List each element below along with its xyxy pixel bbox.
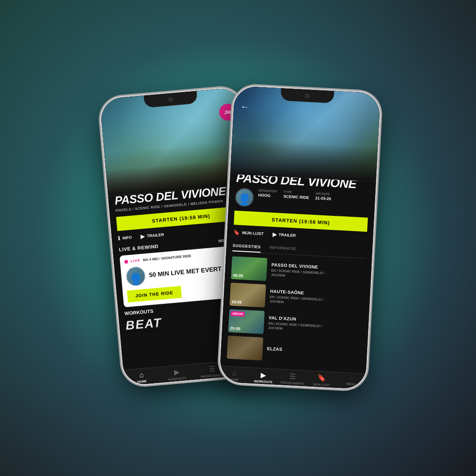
home-label-left: HOME	[137, 380, 147, 384]
suggestion-item-1[interactable]: 48:06 PASSO DEL VIVIONE EN / SCENIC RIDE…	[231, 256, 365, 286]
suggestion-info-4: ELZAS	[267, 346, 361, 357]
suggestion-thumb-3: NIEUW 25:00	[228, 309, 265, 334]
mijn-lijst-action[interactable]: 🔖 MIJN LIJST	[233, 229, 264, 237]
suggestion-item-2[interactable]: 18:09 HAUTE-SAÔNE EN / SCENIC RIDE / GEM…	[230, 283, 364, 313]
workouts-icon-left: ▶	[174, 368, 180, 376]
instructor-avatar-left	[125, 266, 146, 288]
type-value: SCENIC RIDE	[283, 194, 309, 200]
suggestions-list: 48:06 PASSO DEL VIVIONE EN / SCENIC RIDE…	[226, 256, 366, 373]
mijnlijst-icon-right: 🔖	[317, 373, 326, 382]
join-ride-button[interactable]: JOIN THE RIDE	[127, 286, 182, 303]
duration-2: 18:09	[231, 299, 242, 304]
suggestion-thumb-2: 18:09	[230, 283, 266, 307]
trailer-label-right: TRAILER	[279, 232, 296, 238]
info-label: INFO	[122, 235, 132, 241]
tab-informatie[interactable]: INFORMATIE	[269, 242, 297, 254]
start-button-right[interactable]: STARTEN (19:58 MIN)	[234, 211, 368, 232]
right-content: PASSO DEL VIVIONE INTENSITEIT HOOG TYPE …	[220, 174, 376, 374]
nav-workouts-left[interactable]: ▶ WORKOUTS	[159, 366, 195, 382]
live-session-type: MA 4 MEI / SIGNATURE RIDE	[143, 254, 192, 262]
menu-icon-right: ···	[349, 375, 353, 382]
info-action[interactable]: ℹ INFO	[118, 234, 132, 242]
duration-3: 25:00	[230, 326, 241, 331]
live-label: LIVE	[131, 258, 140, 263]
live-section-title: LIVE & REWIND	[119, 244, 158, 253]
side-button-power-right	[376, 155, 380, 186]
phones-container: JW PASSO DEL VIVIONE ENGELS / SCENIC RID…	[94, 90, 382, 386]
mijn-lijst-label: MIJN LIJST	[242, 230, 264, 236]
meta-date: AIR DATE 21-03-20	[315, 192, 331, 201]
trailer-label-left: TRAILER	[147, 232, 165, 238]
home-label-right: HOME	[229, 378, 238, 381]
menu-label-right: MENU	[346, 382, 355, 386]
suggestion-thumb-1: 48:06	[231, 256, 268, 281]
intensity-value: HOOG	[258, 193, 277, 198]
home-icon-right: ⌂	[232, 369, 237, 377]
tab-suggesties[interactable]: SUGGESTIES	[232, 241, 261, 253]
programmas-label-right: PROGRAMMA'S	[280, 381, 304, 385]
nav-menu-right[interactable]: ··· MENU	[336, 375, 365, 388]
home-icon-left: ⌂	[139, 371, 144, 379]
tabs-row: SUGGESTIES INFORMATIE	[232, 241, 366, 259]
suggestion-info-3: VAL D'AZUN EN / SCENIC RIDE / GEMIDDELD …	[268, 315, 363, 335]
suggestion-info-1: PASSO DEL VIVIONE EN / SCENIC RIDE / GEM…	[271, 262, 365, 282]
nav-programmas-right[interactable]: ☰ PROGRAMMA'S	[278, 372, 307, 385]
live-dot	[124, 260, 128, 264]
date-label: AIR DATE	[315, 192, 331, 196]
suggestion-info-2: HAUTE-SAÔNE EN / SCENIC RIDE / GEMIDDELD…	[269, 288, 364, 309]
right-phone-screen: ← PASSO DEL VIVIONE INTENSITEIT HOOG	[219, 86, 381, 389]
phone-right: ← PASSO DEL VIVIONE INTENSITEIT HOOG	[219, 86, 381, 389]
instructor-avatar-right	[235, 188, 254, 207]
suggestion-item-3[interactable]: NIEUW 25:00 VAL D'AZUN EN / SCENIC RIDE …	[228, 309, 363, 339]
new-badge: NIEUW	[231, 311, 245, 317]
nav-home-right[interactable]: ⌂ HOME	[219, 369, 249, 382]
action-row-right: 🔖 MIJN LIJST ▶ TRAILER	[233, 229, 367, 242]
date-value: 21-03-20	[315, 196, 331, 201]
workouts-label-left: WORKOUTS	[168, 376, 187, 381]
workouts-icon-right: ▶	[261, 371, 266, 380]
programmas-icon-left: ☰	[208, 365, 215, 373]
back-button[interactable]: ←	[240, 102, 250, 112]
trailer-action-left[interactable]: ▶ TRAILER	[140, 231, 164, 240]
mijnlijst-label-right: MIJN LIJST	[313, 383, 330, 387]
nav-mijnlijst-right[interactable]: 🔖 MIJN LIJST	[307, 373, 337, 387]
play-icon-right: ▶	[272, 231, 276, 238]
workouts-label-right: WORKOUTS	[254, 380, 273, 384]
programmas-icon-right: ☰	[289, 372, 296, 381]
trailer-action-right[interactable]: ▶ TRAILER	[272, 231, 296, 239]
duration-1: 48:06	[233, 273, 243, 278]
suggestion-title-4: ELZAS	[267, 346, 361, 356]
nav-home-left[interactable]: ⌂ HOME	[123, 369, 160, 385]
right-screen: ← PASSO DEL VIVIONE INTENSITEIT HOOG	[219, 86, 381, 389]
meta-fields: INTENSITEIT HOOG TYPE SCENIC RIDE AIR DA…	[258, 189, 332, 201]
meta-intensity: INTENSITEIT HOOG	[258, 189, 278, 198]
meta-type: TYPE SCENIC RIDE	[283, 190, 309, 200]
info-icon: ℹ	[118, 235, 120, 242]
intensity-label: INTENSITEIT	[258, 189, 277, 193]
suggestion-thumb-4	[226, 336, 263, 361]
bookmark-icon: 🔖	[233, 229, 240, 236]
meta-row: INTENSITEIT HOOG TYPE SCENIC RIDE AIR DA…	[235, 188, 369, 213]
nav-workouts-right[interactable]: ▶ WORKOUTS	[249, 370, 278, 384]
play-icon-left: ▶	[140, 233, 145, 240]
suggestion-item-4[interactable]: ELZAS	[226, 336, 361, 366]
